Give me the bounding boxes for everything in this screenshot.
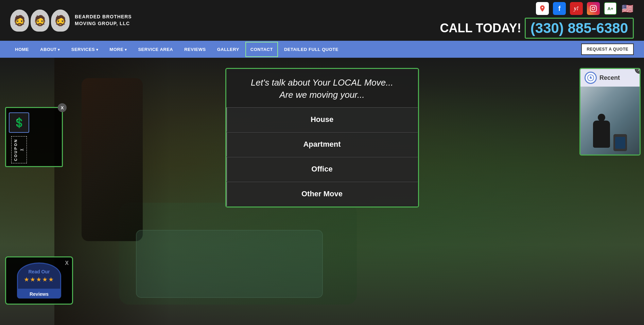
option-office[interactable]: Office [226, 157, 418, 182]
flag-icon: 🇺🇸 [621, 2, 634, 15]
nav-about[interactable]: ABOUT [35, 42, 65, 57]
site-header: 🧔 🧔 🧔 BEARDED BROTHERS MOVING GROUP, LLC… [0, 0, 644, 41]
nav-gallery[interactable]: GALLERY [212, 42, 244, 57]
social-icons: f y! A+ 🇺🇸 [536, 2, 634, 15]
recent-label-text: Recent [599, 74, 620, 82]
nav-service-area[interactable]: SERVICE AREA [133, 42, 178, 57]
logo-line1: BEARDED BROTHERS [75, 14, 132, 20]
main-nav: HOME ABOUT SERVICES MORE SERVICE AREA RE… [0, 41, 644, 58]
modal-header-line1: Let's talk about Your LOCAL Move... [237, 76, 408, 89]
logo-face-2: 🧔 [31, 10, 49, 32]
dollar-sign-icon[interactable]: 💲 [9, 112, 29, 133]
coupon-popup: X 💲 COUPON ✂ [5, 107, 63, 167]
logo-area: 🧔 🧔 🧔 BEARDED BROTHERS MOVING GROUP, LLC [10, 10, 132, 32]
nav-more[interactable]: MORE [105, 42, 132, 57]
option-apartment[interactable]: Apartment [226, 132, 418, 157]
logo-line2: MOVING GROUP, LLC [75, 20, 132, 27]
reviews-popup: X Read Our ★★★★★ Reviews [5, 256, 73, 305]
recent-image-placeholder [580, 87, 640, 155]
logo-face-1: 🧔 [10, 10, 29, 32]
star-rating: ★★★★★ [24, 276, 54, 283]
modal-header-text: Let's talk about Your LOCAL Move... Are … [237, 76, 408, 101]
instagram-icon[interactable] [587, 2, 600, 15]
scene-placeholder [593, 121, 627, 155]
coupon-label-area[interactable]: COUPON ✂ [11, 136, 27, 163]
phone-number[interactable]: (330) 885-6380 [525, 18, 634, 39]
coupon-text: COUPON [14, 139, 18, 161]
reviews-popup-close[interactable]: X [65, 260, 69, 266]
modal-options: House Apartment Office Other Move [226, 107, 418, 206]
nav-detailed-quote[interactable]: DETAILED FULL QUOTE [279, 42, 343, 57]
nav-contact[interactable]: CONTACT [246, 42, 278, 57]
worker-figure [593, 121, 610, 148]
hero-section: X 💲 COUPON ✂ X Read Our ★★★★★ Reviews Le… [0, 58, 644, 325]
svg-point-1 [590, 77, 591, 78]
logo-face-3: 🧔 [51, 10, 70, 32]
bag-figure [613, 134, 627, 151]
reviews-shield: Read Our ★★★★★ [17, 263, 61, 290]
coupon-popup-close[interactable]: X [58, 103, 67, 112]
yelp-icon[interactable]: y! [570, 2, 583, 15]
modal-header-line2: Are we moving your... [237, 89, 408, 101]
call-today-text: CALL TODAY! [440, 21, 521, 35]
reviews-label[interactable]: Reviews [17, 290, 61, 299]
facebook-icon[interactable]: f [553, 2, 566, 15]
call-section: CALL TODAY! (330) 885-6380 [440, 18, 634, 39]
recent-image[interactable] [580, 87, 640, 155]
logo-faces: 🧔 🧔 🧔 [10, 10, 70, 32]
nav-request-quote[interactable]: REQUEST A QUOTE [581, 43, 634, 55]
google-maps-icon[interactable] [536, 2, 549, 15]
clock-icon [585, 72, 597, 84]
accredited-icon[interactable]: A+ [604, 2, 617, 15]
modal-header: Let's talk about Your LOCAL Move... Are … [226, 69, 418, 107]
nav-services[interactable]: SERVICES [67, 42, 103, 57]
option-other-move[interactable]: Other Move [226, 182, 418, 206]
nav-home[interactable]: HOME [10, 42, 34, 57]
option-house[interactable]: House [226, 107, 418, 132]
worker-silhouette [82, 78, 143, 241]
pool-decoration [136, 230, 323, 298]
header-right: f y! A+ 🇺🇸 CALL TODAY! (330) 885-6380 [440, 2, 634, 39]
recent-panel: X Recent [579, 68, 641, 156]
read-our-text: Read Our [28, 269, 50, 274]
recent-header: Recent [580, 69, 640, 87]
scissor-icon: ✂ [19, 147, 24, 152]
reviews-badge: Read Our ★★★★★ Reviews [11, 263, 67, 299]
move-type-modal: Let's talk about Your LOCAL Move... Are … [225, 68, 419, 207]
logo-text: BEARDED BROTHERS MOVING GROUP, LLC [75, 14, 132, 27]
nav-reviews[interactable]: REVIEWS [179, 42, 210, 57]
